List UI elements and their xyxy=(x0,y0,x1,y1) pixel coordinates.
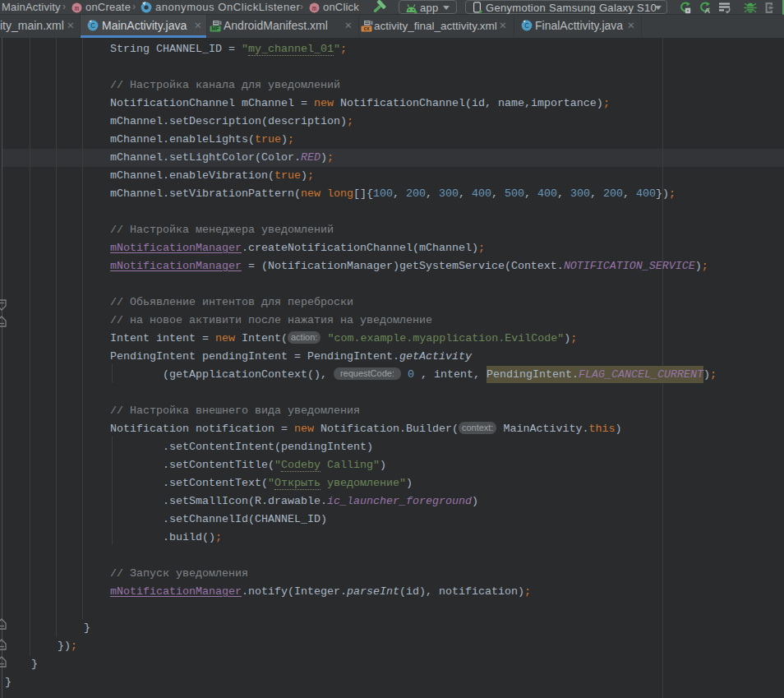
svg-text:MF: MF xyxy=(211,25,219,31)
svg-text:cx: cx xyxy=(363,25,370,31)
svg-text:C: C xyxy=(90,22,95,30)
svg-text:m: m xyxy=(75,5,79,13)
svg-text:C: C xyxy=(524,22,529,30)
svg-text:m: m xyxy=(312,5,316,13)
svg-text:A: A xyxy=(704,6,710,14)
